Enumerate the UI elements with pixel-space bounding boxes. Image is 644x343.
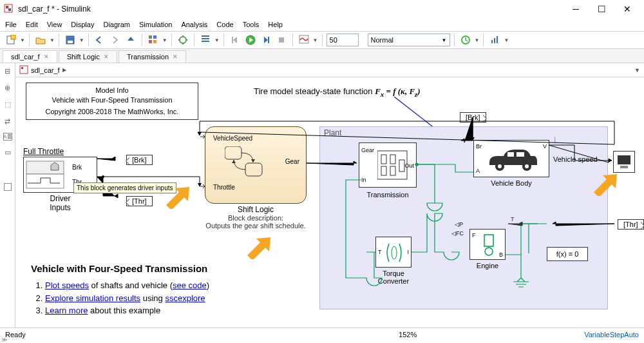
menu-file[interactable]: File <box>5 21 17 28</box>
menu-tools[interactable]: Tools <box>243 21 260 28</box>
svg-rect-15 <box>232 37 233 43</box>
chevron-right-icon: ▶ <box>62 67 66 73</box>
close-button[interactable]: ✕ <box>614 1 640 17</box>
menu-help[interactable]: Help <box>268 21 283 28</box>
svg-rect-4 <box>11 35 15 39</box>
tab-transmission[interactable]: Transmission✕ <box>118 50 186 63</box>
hide-browser-icon[interactable]: ⊟ <box>3 66 13 76</box>
scope-block[interactable] <box>613 151 635 173</box>
tire-annotation: Tire model steady-state function Fx = f … <box>254 86 421 98</box>
svg-rect-24 <box>20 66 28 74</box>
svg-rect-14 <box>202 41 209 42</box>
run-button[interactable] <box>243 33 258 47</box>
svg-point-11 <box>180 37 186 43</box>
dropdown-icon[interactable]: ▼ <box>19 37 25 43</box>
tab-sdl-car-f[interactable]: sdl_car_f✕ <box>3 50 57 63</box>
menu-diagram[interactable]: Diagram <box>103 21 130 28</box>
explore-results-link[interactable]: Explore simulation results <box>45 293 140 303</box>
back-button[interactable] <box>93 33 107 47</box>
new-model-button[interactable] <box>4 33 18 47</box>
toolbar: ▼ ▼ ▼ ▼ ▼ ▼ Normal▼ ▼ ▼ <box>0 31 644 49</box>
svg-rect-2 <box>8 8 11 11</box>
dropdown-icon[interactable]: ▼ <box>214 37 220 43</box>
breadcrumb: sdl_car_f ▶ ▼ <box>15 63 644 77</box>
signal-line <box>550 220 617 227</box>
menu-code[interactable]: Code <box>216 21 233 28</box>
image-icon[interactable]: ▭ <box>3 147 13 157</box>
library-browser-button[interactable] <box>146 33 160 47</box>
menu-view[interactable]: View <box>47 21 62 28</box>
goto-brk-tag[interactable]: [Brk] <box>126 155 153 165</box>
breadcrumb-root[interactable]: sdl_car_f <box>31 66 60 74</box>
driver-caption: Driver <box>23 194 97 203</box>
learn-more-link[interactable]: Learn more <box>45 306 88 315</box>
svg-rect-10 <box>153 40 156 43</box>
toggle-arrows-icon[interactable]: ⇄ <box>3 116 13 126</box>
dropdown-icon[interactable]: ▼ <box>79 37 84 43</box>
menu-analysis[interactable]: Analysis <box>181 21 207 28</box>
zoom-icon[interactable]: ⊕ <box>3 83 13 93</box>
fast-restart-button[interactable] <box>459 33 473 47</box>
plot-speeds-link[interactable]: Plot speeds <box>45 280 89 290</box>
step-forward-button[interactable] <box>259 33 273 47</box>
open-button[interactable] <box>33 33 48 47</box>
stop-time-input[interactable] <box>327 34 359 46</box>
svg-rect-22 <box>494 38 495 43</box>
svg-rect-1 <box>6 6 8 8</box>
menu-simulation[interactable]: Simulation <box>139 21 172 28</box>
titlebar: sdl_car_f * - Simulink ─ ☐ ✕ <box>0 0 644 18</box>
status-ready: Ready <box>5 331 26 338</box>
driver-inputs-block[interactable]: Full Throttle Brk Thr Driver Inputs <box>23 147 97 212</box>
canvas[interactable]: Model Info Vehicle with Four-Speed Trans… <box>15 77 644 328</box>
close-tab-icon[interactable]: ✕ <box>104 54 109 60</box>
status-zoom: 152% <box>399 331 417 338</box>
stop-button[interactable] <box>274 33 289 47</box>
menu-display[interactable]: Display <box>71 21 94 28</box>
expander-icon[interactable]: ≫ <box>1 337 7 343</box>
model-explorer-button[interactable] <box>198 33 213 47</box>
fit-icon[interactable]: ⬚ <box>3 99 13 110</box>
svg-rect-18 <box>279 37 284 43</box>
app-icon <box>4 4 14 14</box>
from-thr-tag[interactable]: [Thr] <box>618 219 644 230</box>
close-tab-icon[interactable]: ✕ <box>44 54 49 60</box>
step-back-button[interactable] <box>228 33 242 47</box>
driver-caption: Inputs <box>23 203 97 212</box>
tab-shift-logic[interactable]: Shift Logic✕ <box>59 50 117 63</box>
svg-rect-23 <box>497 36 498 43</box>
svg-rect-6 <box>68 41 73 43</box>
sscexplore-link[interactable]: sscexplore <box>165 293 205 303</box>
signal-builder-icon <box>24 157 72 192</box>
see-code-link[interactable]: see code <box>173 280 207 290</box>
dropdown-icon[interactable]: ▼ <box>503 37 509 43</box>
svg-rect-8 <box>153 35 156 39</box>
save-button[interactable] <box>63 33 77 47</box>
stateflow-icon <box>225 146 270 182</box>
minimize-button[interactable]: ─ <box>563 1 589 17</box>
dropdown-icon[interactable]: ▼ <box>49 37 55 43</box>
sim-mode-select[interactable]: Normal▼ <box>368 34 450 46</box>
up-button[interactable] <box>124 33 138 47</box>
build-button[interactable] <box>488 33 502 47</box>
forward-button[interactable] <box>108 33 122 47</box>
close-tab-icon[interactable]: ✕ <box>173 54 178 60</box>
svg-rect-52 <box>620 166 628 168</box>
dropdown-icon[interactable]: ▼ <box>162 37 167 43</box>
maximize-button[interactable]: ☐ <box>589 1 614 17</box>
scope-icon <box>616 154 632 170</box>
viewmark-icon[interactable] <box>4 183 12 191</box>
dropdown-icon[interactable]: ▼ <box>634 67 640 74</box>
model-info-title: Model Info <box>32 86 193 95</box>
data-inspector-button[interactable] <box>297 33 311 47</box>
goto-thr-tag[interactable]: [Thr] <box>126 196 153 206</box>
signal-line <box>196 120 616 148</box>
model-info-block[interactable]: Model Info Vehicle with Four-Speed Trans… <box>26 83 198 120</box>
dropdown-icon[interactable]: ▼ <box>312 37 318 43</box>
model-config-button[interactable] <box>176 33 190 47</box>
svg-rect-12 <box>202 35 209 37</box>
svg-rect-25 <box>21 67 23 69</box>
dropdown-icon[interactable]: ▼ <box>474 37 480 43</box>
annotation-icon[interactable]: A≣ <box>3 133 12 141</box>
menu-edit[interactable]: Edit <box>26 21 38 28</box>
svg-rect-17 <box>268 37 269 43</box>
